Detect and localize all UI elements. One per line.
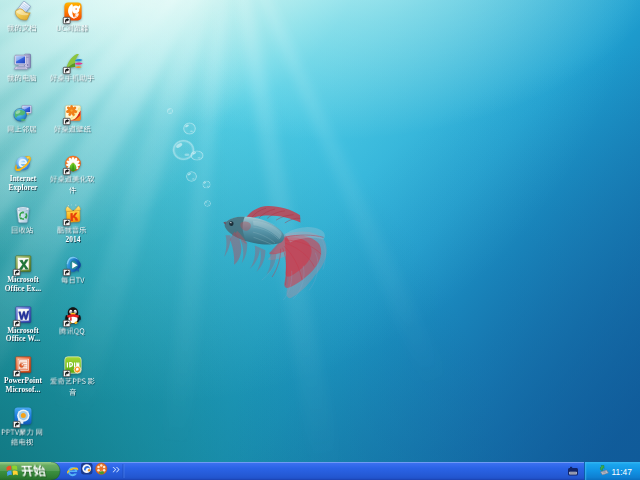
svg-text:11:47: 11:47 [612,467,633,477]
